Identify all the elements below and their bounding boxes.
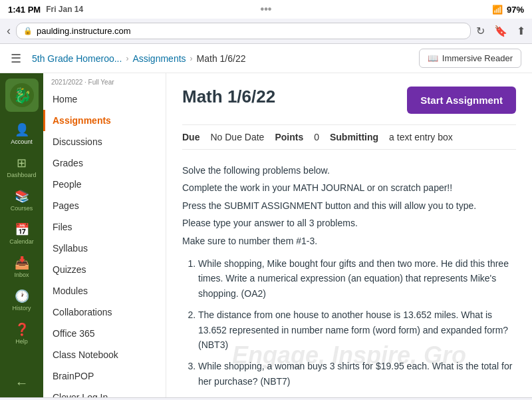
nav-help[interactable]: ❓ Help — [0, 318, 43, 349]
battery-display: 97% — [507, 5, 524, 15]
assignment-header: Math 1/6/22 Start Assignment — [182, 87, 516, 114]
calendar-icon: 📅 — [15, 222, 29, 237]
dashboard-icon: ⊞ — [17, 156, 27, 170]
instruction-line1: Solve the following problems below. — [182, 163, 516, 178]
course-nav-home[interactable]: Home — [43, 89, 166, 110]
immersive-reader-icon: 📖 — [428, 53, 438, 63]
instruction-line2: Complete the work in your MATH JOURNAL o… — [182, 180, 516, 195]
course-nav-office365[interactable]: Office 365 — [43, 323, 166, 344]
course-nav-collaborations[interactable]: Collaborations — [43, 301, 166, 323]
wifi-icon: 📶 — [492, 5, 503, 15]
hamburger-menu[interactable]: ☰ — [11, 51, 21, 66]
nav-calendar[interactable]: 📅 Calendar — [0, 218, 43, 249]
inbox-icon: 📥 — [15, 256, 29, 270]
dashboard-label: Dashboard — [7, 172, 36, 178]
course-nav-cleverlogin[interactable]: Clever Log In — [43, 387, 166, 397]
bottom-bar: ‹ › ⌂ ⧉ — [0, 397, 532, 400]
course-nav-modules[interactable]: Modules — [43, 280, 166, 301]
breadcrumb-assignments[interactable]: Assignments — [132, 53, 186, 64]
instruction-line3: Press the SUBMIT ASSIGNMENT button and t… — [182, 198, 516, 213]
immersive-reader-button[interactable]: 📖 Immersive Reader — [419, 49, 521, 68]
breadcrumb-sep-2: › — [190, 54, 193, 63]
due-value: No Due Date — [210, 132, 264, 142]
lock-icon: 🔒 — [23, 27, 33, 35]
course-nav-assignments[interactable]: Assignments — [43, 110, 166, 131]
course-nav-classnotebook[interactable]: Class Notebook — [43, 344, 166, 365]
nav-courses[interactable]: 📚 Courses — [0, 185, 43, 216]
app-container: 🐉 👤 Account ⊞ Dashboard 📚 Courses 📅 Cale… — [0, 73, 532, 397]
course-year: 2021/2022 · Full Year — [43, 73, 166, 89]
course-sidebar: 2021/2022 · Full Year Home Assignments D… — [43, 73, 166, 397]
course-nav-brainpop[interactable]: BrainPOP — [43, 365, 166, 387]
due-label: Due — [182, 132, 200, 142]
courses-icon: 📚 — [15, 189, 29, 204]
course-nav-files[interactable]: Files — [43, 216, 166, 238]
calendar-label: Calendar — [9, 238, 34, 245]
account-icon: 👤 — [15, 122, 29, 137]
problem-2: The distance from one house to another h… — [198, 307, 516, 352]
breadcrumb: 5th Grade Homeroo... › Assignments › Mat… — [32, 53, 414, 64]
date-display: Fri Jan 14 — [46, 5, 83, 14]
nav-account[interactable]: 👤 Account — [0, 118, 43, 149]
assignment-title: Math 1/6/22 — [182, 87, 275, 107]
course-nav-discussions[interactable]: Discussions — [43, 131, 166, 152]
instruction-line5: Make sure to number them #1-3. — [182, 234, 516, 248]
account-label: Account — [11, 138, 33, 145]
refresh-icon[interactable]: ↻ — [476, 25, 485, 37]
course-nav-people[interactable]: People — [43, 174, 166, 195]
time-display: 1:41 PM — [8, 5, 41, 15]
share-icon[interactable]: ⬆ — [517, 25, 525, 37]
browser-chrome: ‹ 🔒 paulding.instructure.com ↻ 🔖 ⬆ — [0, 19, 532, 44]
canvas-logo: 🐉 — [5, 79, 39, 112]
points-value: 0 — [314, 132, 319, 142]
problem-list: While shopping, Mike bought four gifts a… — [198, 256, 516, 389]
nav-dashboard[interactable]: ⊞ Dashboard — [0, 152, 43, 182]
nav-back[interactable]: ← — [15, 375, 29, 397]
nav-inbox[interactable]: 📥 Inbox — [0, 252, 43, 282]
immersive-reader-label: Immersive Reader — [442, 53, 513, 63]
svg-text:🐉: 🐉 — [13, 87, 31, 104]
instruction-line4: Please type your answer to all 3 problem… — [182, 216, 516, 230]
breadcrumb-current: Math 1/6/22 — [197, 53, 246, 64]
bookmark-icon[interactable]: 🔖 — [494, 25, 507, 37]
submitting-value: a text entry box — [389, 132, 453, 142]
url-bar[interactable]: 🔒 paulding.instructure.com — [16, 23, 471, 39]
help-icon: ❓ — [15, 322, 29, 337]
submitting-label: Submitting — [330, 132, 378, 142]
status-bar: 1:41 PM Fri Jan 14 ••• 📶 97% — [0, 0, 532, 19]
points-label: Points — [275, 132, 303, 142]
help-label: Help — [15, 338, 28, 345]
assignment-meta: Due No Due Date Points 0 Submitting a te… — [182, 124, 516, 150]
problem-3: While shopping, a woman buys 3 shirts fo… — [198, 359, 516, 389]
back-icon[interactable]: ‹ — [7, 24, 11, 38]
top-navbar: ☰ 5th Grade Homeroo... › Assignments › M… — [0, 44, 532, 73]
history-label: History — [12, 305, 31, 311]
main-content: Math 1/6/22 Start Assignment Due No Due … — [166, 73, 532, 397]
history-icon: 🕐 — [15, 289, 29, 303]
start-assignment-button[interactable]: Start Assignment — [407, 87, 516, 114]
dots-icon: ••• — [261, 3, 272, 15]
breadcrumb-sep-1: › — [126, 54, 128, 63]
breadcrumb-course[interactable]: 5th Grade Homeroo... — [32, 53, 122, 64]
problem-1: While shopping, Mike bought four gifts a… — [198, 256, 516, 301]
course-nav-quizzes[interactable]: Quizzes — [43, 259, 166, 280]
course-nav-syllabus[interactable]: Syllabus — [43, 238, 166, 259]
course-nav-pages[interactable]: Pages — [43, 195, 166, 216]
left-sidebar: 🐉 👤 Account ⊞ Dashboard 📚 Courses 📅 Cale… — [0, 73, 43, 397]
assignment-body: Solve the following problems below. Comp… — [182, 163, 516, 389]
nav-history[interactable]: 🕐 History — [0, 285, 43, 315]
inbox-label: Inbox — [14, 272, 29, 278]
courses-label: Courses — [11, 205, 33, 212]
url-text: paulding.instructure.com — [37, 26, 131, 36]
course-nav-grades[interactable]: Grades — [43, 152, 166, 174]
